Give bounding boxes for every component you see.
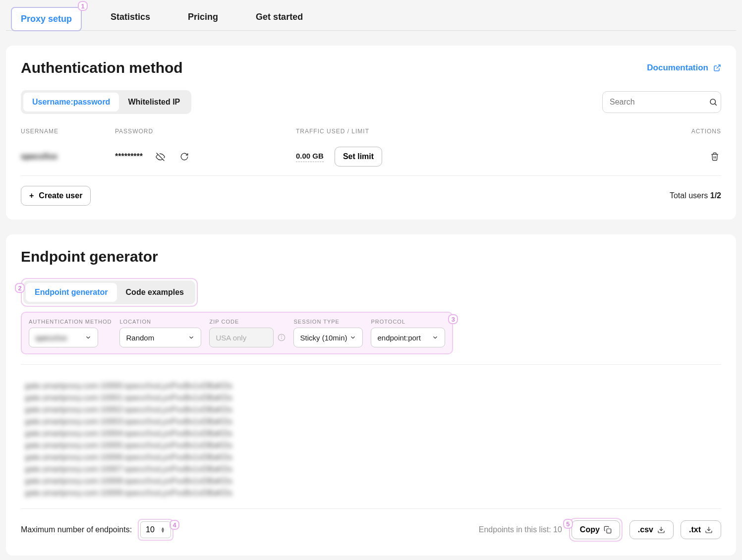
- field-label-session: SESSION TYPE: [293, 319, 363, 325]
- col-traffic: TRAFFIC USED / LIMIT: [296, 128, 682, 135]
- endpoint-line: gate.smartproxy.com:10000:specxXxxLynPxx…: [25, 382, 717, 391]
- chevron-down-icon: [432, 334, 439, 341]
- max-endpoints-value[interactable]: [146, 525, 161, 534]
- chevron-down-icon: [188, 334, 195, 341]
- col-username: USERNAME: [21, 128, 115, 135]
- chevron-down-icon: [85, 334, 92, 341]
- endpoint-title: Endpoint generator: [21, 248, 721, 265]
- traffic-value: 0.00 GB: [296, 152, 324, 162]
- csv-label: .csv: [638, 525, 653, 534]
- copy-label: Copy: [580, 525, 600, 534]
- endpoint-line: gate.smartproxy.com:10006:specxXxxLynPxx…: [25, 453, 717, 462]
- toggle-endpoint-generator[interactable]: Endpoint generator: [26, 283, 117, 302]
- endpoint-panel: Endpoint generator 2 Endpoint generator …: [6, 234, 736, 556]
- tab-proxy-setup[interactable]: Proxy setup: [11, 7, 82, 31]
- search-icon: [709, 98, 718, 107]
- endpoint-line: gate.smartproxy.com:10002:specxXxxLynPxx…: [25, 405, 717, 414]
- toggle-whitelist[interactable]: Whitelisted IP: [119, 93, 189, 112]
- download-csv-button[interactable]: .csv: [629, 520, 674, 539]
- endpoint-line: gate.smartproxy.com:10005:specxXxxLynPxx…: [25, 441, 717, 450]
- tab-pricing[interactable]: Pricing: [179, 6, 227, 30]
- svg-rect-7: [607, 529, 611, 533]
- location-value: Random: [126, 334, 154, 342]
- endpoints-count-label: Endpoints in this list:: [479, 525, 553, 534]
- username-value: specxXxx: [21, 152, 115, 161]
- protocol-select[interactable]: endpoint:port: [371, 328, 445, 347]
- callout-marker-1: 1: [78, 1, 88, 11]
- tab-get-started[interactable]: Get started: [247, 6, 312, 30]
- top-tabs: Proxy setup 1 Statistics Pricing Get sta…: [6, 6, 736, 31]
- trash-icon: [710, 152, 719, 161]
- callout-marker-2: 2: [15, 283, 25, 293]
- endpoint-line: gate.smartproxy.com:10009:specxXxxLynPxx…: [25, 489, 717, 498]
- field-label-protocol: PROTOCOL: [371, 319, 445, 325]
- toggle-userpass[interactable]: Username:password: [23, 93, 119, 112]
- documentation-link[interactable]: Documentation: [647, 63, 721, 73]
- auth-method-value: specxXxx: [35, 334, 67, 342]
- total-users-value: 1/2: [710, 191, 721, 200]
- callout-marker-4: 4: [170, 520, 179, 530]
- zip-placeholder: USA only: [216, 334, 246, 342]
- auth-title: Authentication method: [21, 59, 183, 76]
- field-label-auth: AUTHENTICATION METHOD: [29, 319, 112, 325]
- search-input-wrap: [602, 91, 721, 113]
- endpoint-line: gate.smartproxy.com:10003:specxXxxLynPxx…: [25, 417, 717, 426]
- callout-marker-3: 3: [448, 314, 458, 324]
- download-txt-button[interactable]: .txt: [681, 520, 721, 539]
- col-password: PASSWORD: [115, 128, 296, 135]
- search-input[interactable]: [610, 98, 709, 107]
- chevron-down-icon: [349, 334, 356, 341]
- refresh-icon: [180, 152, 189, 161]
- endpoint-fields-row: 3 AUTHENTICATION METHOD specxXxx LOCATIO…: [21, 312, 453, 354]
- users-table-header: USERNAME PASSWORD TRAFFIC USED / LIMIT A…: [21, 125, 721, 138]
- session-value: Sticky (10min): [300, 334, 347, 342]
- reveal-password-button[interactable]: [154, 150, 167, 164]
- password-value: *********: [115, 152, 143, 161]
- table-row: specxXxx ********* 0.00 GB Set limit: [21, 138, 721, 176]
- refresh-password-button[interactable]: [178, 150, 191, 163]
- session-type-select[interactable]: Sticky (10min): [293, 328, 363, 347]
- toggle-code-examples[interactable]: Code examples: [117, 283, 193, 302]
- endpoint-line: gate.smartproxy.com:10004:specxXxxLynPxx…: [25, 429, 717, 438]
- endpoint-list: gate.smartproxy.com:10000:specxXxxLynPxx…: [21, 364, 721, 509]
- auth-toggle-group: Username:password Whitelisted IP: [21, 90, 191, 114]
- total-users: Total users 1/2: [670, 191, 721, 200]
- svg-line-3: [157, 153, 165, 161]
- plus-icon: +: [29, 191, 34, 200]
- max-endpoints-input[interactable]: ▲ ▼: [140, 521, 171, 538]
- endpoint-line: gate.smartproxy.com:10008:specxXxxLynPxx…: [25, 477, 717, 486]
- col-actions: ACTIONS: [682, 128, 721, 135]
- create-user-label: Create user: [39, 191, 82, 200]
- field-label-zip: ZIP CODE: [209, 319, 285, 325]
- download-icon: [657, 526, 665, 534]
- copy-button[interactable]: Copy: [571, 520, 620, 539]
- endpoints-count-value: 10: [553, 525, 562, 534]
- field-label-location: LOCATION: [119, 319, 201, 325]
- svg-point-6: [282, 336, 282, 336]
- number-stepper[interactable]: ▲ ▼: [161, 527, 165, 533]
- zip-input: USA only: [209, 328, 274, 347]
- auth-method-select[interactable]: specxXxx: [29, 328, 98, 347]
- txt-label: .txt: [689, 525, 701, 534]
- eye-off-icon: [156, 152, 165, 162]
- max-endpoints-label: Maximum number of endpoints:: [21, 525, 132, 534]
- external-link-icon: [713, 64, 721, 72]
- svg-point-1: [710, 99, 716, 105]
- set-limit-button[interactable]: Set limit: [335, 147, 382, 167]
- tab-statistics[interactable]: Statistics: [102, 6, 159, 30]
- svg-line-2: [715, 104, 716, 105]
- endpoint-line: gate.smartproxy.com:10001:specxXxxLynPxx…: [25, 393, 717, 402]
- protocol-value: endpoint:port: [377, 334, 421, 342]
- create-user-button[interactable]: + Create user: [21, 186, 91, 206]
- callout-marker-5: 5: [563, 519, 573, 529]
- delete-user-button[interactable]: [708, 150, 721, 163]
- endpoint-line: gate.smartproxy.com:10007:specxXxxLynPxx…: [25, 465, 717, 474]
- download-icon: [705, 526, 713, 534]
- total-users-label: Total users: [670, 191, 710, 200]
- endpoints-count: Endpoints in this list: 10: [479, 525, 562, 534]
- auth-panel: Authentication method Documentation User…: [6, 46, 736, 220]
- info-icon[interactable]: [278, 334, 285, 341]
- svg-line-0: [717, 65, 720, 68]
- location-select[interactable]: Random: [119, 328, 201, 347]
- endpoint-toggle-group: Endpoint generator Code examples: [23, 280, 195, 304]
